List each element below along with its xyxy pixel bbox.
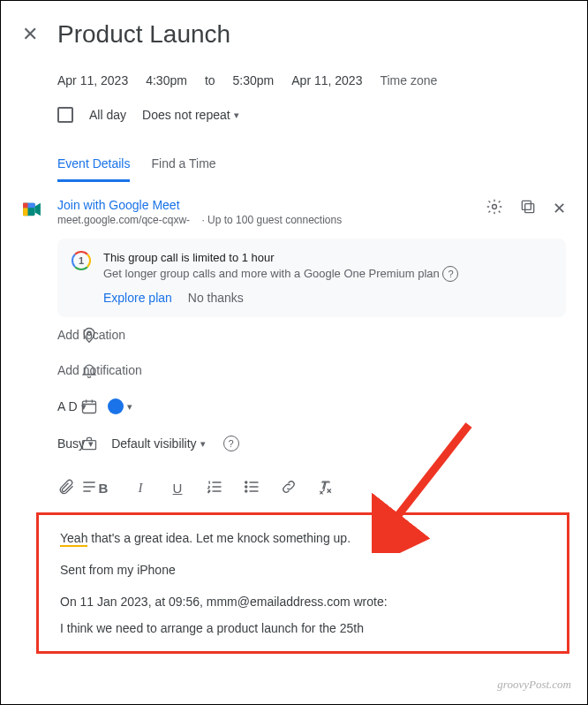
description-icon <box>79 478 100 496</box>
desc-line2: Sent from my iPhone <box>60 563 546 577</box>
join-meet-link[interactable]: Join with Google Meet <box>57 198 486 212</box>
link-button[interactable] <box>280 478 298 498</box>
clear-format-button[interactable] <box>317 478 335 498</box>
close-icon[interactable]: ✕ <box>22 23 38 46</box>
promo-title: This group call is limited to 1 hour <box>103 251 458 264</box>
numbered-list-button[interactable] <box>206 478 223 498</box>
timezone-link[interactable]: Time zone <box>380 73 437 87</box>
google-meet-icon <box>22 201 41 221</box>
attachment-icon[interactable] <box>57 478 75 498</box>
svg-point-4 <box>493 205 497 209</box>
desc-line3: On 11 Jan 2023, at 09:56, mmm@emailaddre… <box>60 595 546 609</box>
allday-checkbox[interactable] <box>57 107 73 123</box>
promo-subtitle: Get longer group calls and more with a G… <box>103 267 440 280</box>
visibility-help-icon[interactable]: ? <box>223 436 239 451</box>
tab-find-a-time[interactable]: Find a Time <box>151 148 215 182</box>
svg-rect-8 <box>83 401 96 413</box>
start-date[interactable]: Apr 11, 2023 <box>57 73 128 87</box>
recurrence-dropdown[interactable]: Does not repeat▾ <box>142 108 239 122</box>
italic-button[interactable]: I <box>132 481 149 496</box>
briefcase-icon <box>79 435 100 452</box>
end-time[interactable]: 5:30pm <box>233 73 275 87</box>
to-label: to <box>205 73 215 87</box>
location-icon <box>79 326 100 344</box>
svg-rect-3 <box>23 203 27 208</box>
help-icon[interactable]: ? <box>442 266 458 282</box>
desc-line1-rest: that's a great idea. Let me knock someth… <box>87 531 351 545</box>
calendar-icon <box>79 398 100 415</box>
copy-icon[interactable] <box>519 198 537 219</box>
event-title[interactable]: Product Launch <box>57 20 566 49</box>
explore-plan-button[interactable]: Explore plan <box>103 291 172 305</box>
description-textarea[interactable]: Yeah that's a great idea. Let me knock s… <box>36 512 569 654</box>
start-time[interactable]: 4:30pm <box>146 73 187 87</box>
svg-rect-9 <box>83 441 96 450</box>
underline-button[interactable]: U <box>169 481 186 496</box>
tab-event-details[interactable]: Event Details <box>57 148 130 182</box>
svg-point-11 <box>245 486 247 488</box>
google-one-icon: 1 <box>72 251 91 270</box>
svg-point-7 <box>87 331 91 335</box>
allday-label: All day <box>89 108 126 122</box>
svg-rect-6 <box>522 201 531 209</box>
color-selector[interactable]: ▾ <box>108 398 132 414</box>
gear-icon[interactable] <box>486 198 503 219</box>
promo-banner: 1 This group call is limited to 1 hour G… <box>57 239 566 317</box>
desc-line1-word: Yeah <box>60 531 87 547</box>
bell-icon <box>79 361 100 379</box>
svg-point-12 <box>245 490 247 492</box>
bullet-list-button[interactable] <box>243 478 260 498</box>
time-row: Apr 11, 2023 4:30pm to 5:30pm Apr 11, 20… <box>57 73 566 87</box>
end-date[interactable]: Apr 11, 2023 <box>291 73 362 87</box>
svg-point-10 <box>245 481 247 483</box>
meet-url: meet.google.com/qce-cqxw- <box>57 214 190 226</box>
watermark: groovyPost.com <box>497 678 571 692</box>
visibility-dropdown[interactable]: Default visibility▾ <box>111 436 205 451</box>
remove-meet-icon[interactable]: ✕ <box>553 199 566 218</box>
desc-line4: I think we need to arrange a product lau… <box>60 621 546 635</box>
no-thanks-button[interactable]: No thanks <box>188 291 244 305</box>
svg-rect-5 <box>525 204 534 213</box>
meet-guest-info: · Up to 100 guest connections <box>201 214 342 226</box>
